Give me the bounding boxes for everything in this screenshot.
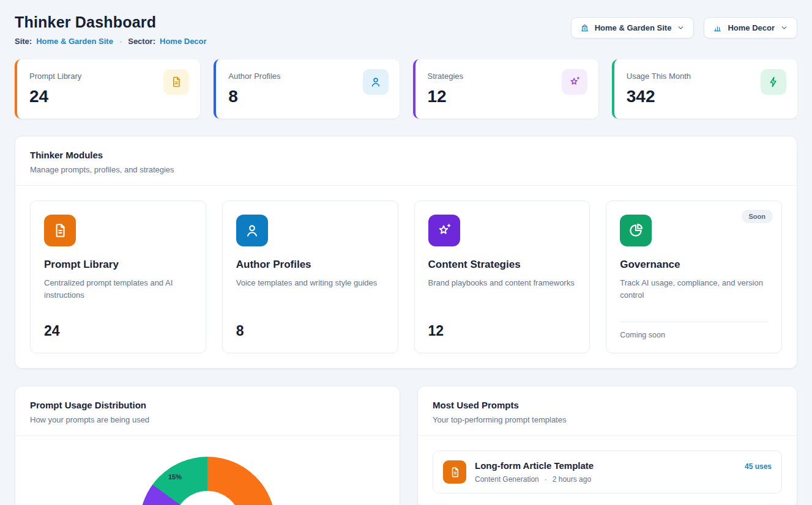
usage-subtitle: How your prompts are being used <box>30 415 385 424</box>
stat-card-usage: Usage This Month 342 <box>612 59 797 119</box>
module-description: Voice templates and writing style guides <box>236 277 384 289</box>
prompt-list-item[interactable]: Long-form Article Template Content Gener… <box>433 451 782 493</box>
stats-row: Prompt Library 24 Author Profiles 8 Stra… <box>15 59 797 119</box>
header-actions: Home & Garden Site Home Decor <box>571 17 797 39</box>
modules-grid: Prompt Library Centralized prompt templa… <box>15 186 797 368</box>
divider <box>418 435 797 436</box>
modules-panel-header: Thinker Modules Manage prompts, profiles… <box>15 136 797 185</box>
most-used-prompts-panel: Most Used Prompts Your top-performing pr… <box>417 386 797 505</box>
divider <box>15 435 400 436</box>
prompt-meta: Content Generation · 2 hours ago <box>475 475 736 484</box>
prompt-category: Content Generation <box>475 475 539 484</box>
donut-segment-label: 15% <box>168 473 182 481</box>
module-description: Brand playbooks and content frameworks <box>428 277 576 289</box>
bar-chart-icon <box>713 23 722 32</box>
user-icon <box>363 69 389 95</box>
site-selector-dropdown[interactable]: Home & Garden Site <box>571 17 695 39</box>
thinker-modules-panel: Thinker Modules Manage prompts, profiles… <box>15 136 797 369</box>
modules-title: Thinker Modules <box>30 150 782 160</box>
most-used-subtitle: Your top-performing prompt templates <box>433 415 782 424</box>
module-description: Centralized prompt templates and AI inst… <box>44 277 192 301</box>
soon-badge: Soon <box>742 210 773 223</box>
sector-selector-dropdown[interactable]: Home Decor <box>704 17 797 39</box>
modules-subtitle: Manage prompts, profiles, and strategies <box>30 165 782 174</box>
sparkle-star-icon <box>562 69 587 95</box>
breadcrumb-separator: · <box>117 37 124 46</box>
module-count: 24 <box>44 313 192 339</box>
most-used-header: Most Used Prompts Your top-performing pr… <box>418 386 797 435</box>
bottom-row: Prompt Usage Distribution How your promp… <box>15 386 797 505</box>
site-label: Site: <box>15 37 32 46</box>
chevron-down-icon <box>780 24 788 32</box>
prompt-time: 2 hours ago <box>553 475 591 484</box>
meta-separator: · <box>545 475 547 484</box>
module-title: Governance <box>620 259 768 271</box>
module-count: 12 <box>428 313 576 339</box>
sparkle-star-icon <box>428 215 460 246</box>
usage-chart-area: 15% <box>15 457 400 505</box>
module-title: Author Profiles <box>236 259 384 271</box>
module-card-governance[interactable]: Soon Governance Track AI usage, complian… <box>606 201 782 353</box>
usage-donut: 15% <box>140 457 275 505</box>
page-title: Thinker Dashboard <box>15 13 207 31</box>
usage-title: Prompt Usage Distribution <box>30 400 385 410</box>
module-count: 8 <box>236 313 384 339</box>
prompt-uses-badge: 45 uses <box>745 462 772 471</box>
user-icon <box>236 215 268 246</box>
usage-panel-header: Prompt Usage Distribution How your promp… <box>15 386 400 435</box>
pie-chart-icon <box>620 215 652 246</box>
document-icon <box>443 460 466 484</box>
thinker-dashboard-page: Thinker Dashboard Site: Home & Garden Si… <box>0 0 812 505</box>
site-selector-label: Home & Garden Site <box>595 23 672 32</box>
stat-card-strategies: Strategies 12 <box>413 59 598 119</box>
module-card-author-profiles[interactable]: Author Profiles Voice templates and writ… <box>222 201 398 353</box>
prompt-title: Long-form Article Template <box>475 460 736 471</box>
header: Thinker Dashboard Site: Home & Garden Si… <box>15 13 797 46</box>
breadcrumb: Site: Home & Garden Site · Sector: Home … <box>15 37 207 46</box>
coming-soon-text: Coming soon <box>620 322 768 339</box>
building-icon <box>580 23 589 32</box>
usage-distribution-panel: Prompt Usage Distribution How your promp… <box>15 386 400 505</box>
stat-card-prompt-library: Prompt Library 24 <box>15 59 200 119</box>
donut-hole <box>174 491 241 505</box>
prompt-info: Long-form Article Template Content Gener… <box>475 460 736 484</box>
module-title: Content Strategies <box>428 259 576 271</box>
sector-label: Sector: <box>128 37 155 46</box>
most-used-title: Most Used Prompts <box>433 400 782 410</box>
module-description: Track AI usage, compliance, and version … <box>620 277 768 301</box>
module-title: Prompt Library <box>44 259 192 271</box>
sector-selector-label: Home Decor <box>728 23 775 32</box>
site-link[interactable]: Home & Garden Site <box>36 37 113 46</box>
header-left: Thinker Dashboard Site: Home & Garden Si… <box>15 13 207 46</box>
document-icon <box>163 69 189 95</box>
chevron-down-icon <box>677 24 685 32</box>
sector-link[interactable]: Home Decor <box>160 37 207 46</box>
lightning-icon <box>761 69 786 95</box>
stat-card-author-profiles: Author Profiles 8 <box>214 59 399 119</box>
module-card-prompt-library[interactable]: Prompt Library Centralized prompt templa… <box>30 201 206 353</box>
module-card-content-strategies[interactable]: Content Strategies Brand playbooks and c… <box>414 201 590 353</box>
document-icon <box>44 215 76 246</box>
